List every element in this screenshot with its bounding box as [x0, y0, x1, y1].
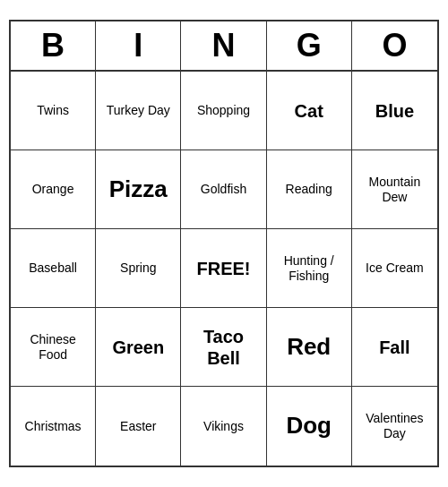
- bingo-cell: Dog: [267, 387, 352, 466]
- bingo-cell: Chinese Food: [11, 308, 96, 387]
- bingo-cell: Reading: [267, 150, 352, 229]
- bingo-cell: Green: [96, 308, 181, 387]
- bingo-cell: Turkey Day: [96, 72, 181, 150]
- bingo-cell: Goldfish: [181, 150, 266, 229]
- bingo-cell: Easter: [96, 387, 181, 466]
- bingo-cell: Valentines Day: [352, 387, 437, 466]
- bingo-cell: Orange: [11, 150, 96, 229]
- bingo-cell: Twins: [11, 72, 96, 150]
- bingo-cell: Hunting / Fishing: [267, 229, 352, 308]
- bingo-cell: Mountain Dew: [352, 150, 437, 229]
- bingo-cell: Baseball: [11, 229, 96, 308]
- bingo-cell: Taco Bell: [181, 308, 266, 387]
- bingo-cell: Shopping: [181, 72, 266, 150]
- bingo-cell: Christmas: [11, 387, 96, 466]
- header-letter: I: [96, 21, 181, 70]
- bingo-cell: Spring: [96, 229, 181, 308]
- header-letter: G: [267, 21, 352, 70]
- header-letter: O: [352, 21, 437, 70]
- bingo-cell: Ice Cream: [352, 229, 437, 308]
- bingo-grid: TwinsTurkey DayShoppingCatBlueOrangePizz…: [11, 72, 437, 466]
- bingo-cell: Red: [267, 308, 352, 387]
- bingo-card: BINGO TwinsTurkey DayShoppingCatBlueOran…: [9, 20, 439, 467]
- bingo-header: BINGO: [11, 21, 437, 72]
- bingo-cell: Cat: [267, 72, 352, 150]
- bingo-cell: Fall: [352, 308, 437, 387]
- header-letter: B: [11, 21, 96, 70]
- bingo-cell: Vikings: [181, 387, 266, 466]
- bingo-cell: Pizza: [96, 150, 181, 229]
- header-letter: N: [181, 21, 266, 70]
- bingo-cell: Blue: [352, 72, 437, 150]
- bingo-cell: FREE!: [181, 229, 266, 308]
